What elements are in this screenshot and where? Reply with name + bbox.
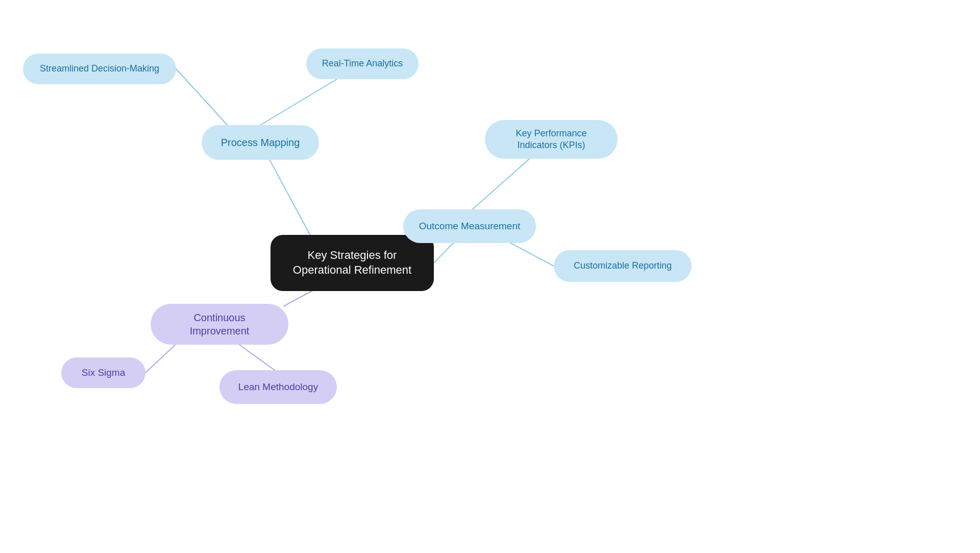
six-sigma-node[interactable]: Six Sigma [61,357,145,388]
kpi-node[interactable]: Key Performance Indicators (KPIs) [485,120,618,159]
continuous-improvement-node[interactable]: Continuous Improvement [151,304,288,345]
svg-line-6 [283,288,316,306]
mind-map-canvas: Key Strategies for Operational Refinemen… [0,0,980,553]
customizable-reporting-node[interactable]: Customizable Reporting [554,250,692,282]
process-mapping-node[interactable]: Process Mapping [202,125,319,160]
center-node[interactable]: Key Strategies for Operational Refinemen… [271,235,434,291]
svg-line-2 [176,69,230,128]
real-time-analytics-node[interactable]: Real-Time Analytics [306,49,419,79]
outcome-measurement-node[interactable]: Outcome Measurement [403,209,536,243]
lean-methodology-node[interactable]: Lean Methodology [219,370,337,404]
streamlined-decision-node[interactable]: Streamlined Decision-Making [23,54,176,84]
